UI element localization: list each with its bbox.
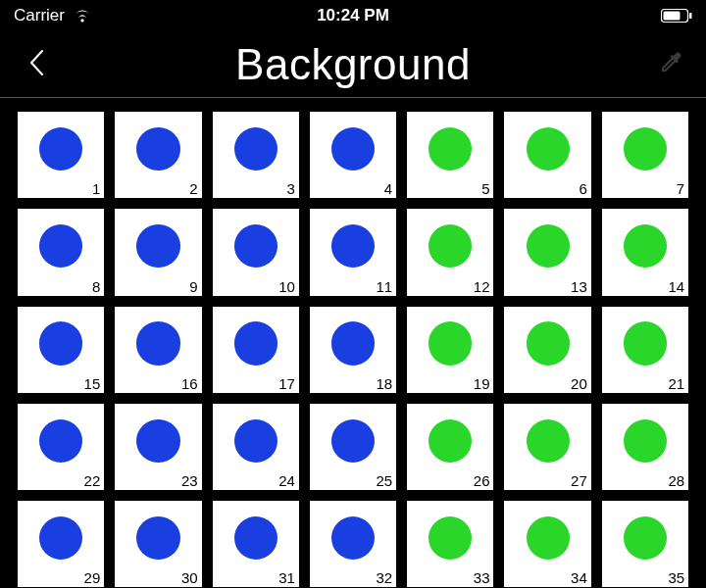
swatch-index: 33 (474, 569, 490, 586)
swatch-dot (39, 224, 82, 268)
color-swatch[interactable]: 23 (115, 404, 201, 490)
color-swatch[interactable]: 10 (213, 209, 299, 295)
color-swatch[interactable]: 26 (407, 404, 493, 490)
color-swatch[interactable]: 3 (213, 112, 299, 198)
swatch-dot (624, 127, 667, 171)
color-swatch[interactable]: 8 (18, 209, 104, 295)
swatch-index: 34 (571, 569, 587, 586)
swatch-dot (527, 516, 570, 560)
color-swatch[interactable]: 30 (115, 501, 201, 587)
color-swatch[interactable]: 32 (310, 501, 396, 587)
eyedropper-icon (656, 48, 685, 81)
swatch-dot (331, 321, 375, 365)
back-button[interactable] (22, 45, 51, 84)
color-swatch[interactable]: 15 (18, 307, 104, 393)
swatch-dot (39, 419, 82, 463)
swatch-grid-container: 1234567891011121314151617181920212223242… (0, 98, 706, 588)
swatch-dot (39, 127, 82, 171)
color-swatch[interactable]: 19 (407, 307, 493, 393)
swatch-grid: 1234567891011121314151617181920212223242… (18, 112, 688, 588)
swatch-dot (429, 224, 472, 268)
swatch-dot (624, 224, 667, 268)
swatch-dot (39, 321, 82, 365)
swatch-dot (234, 419, 277, 463)
swatch-dot (527, 419, 570, 463)
swatch-dot (527, 321, 570, 365)
swatch-dot (136, 321, 179, 365)
color-swatch[interactable]: 35 (602, 501, 688, 587)
swatch-index: 12 (474, 278, 490, 295)
swatch-index: 10 (278, 278, 295, 295)
swatch-index: 19 (474, 375, 490, 392)
swatch-dot (234, 127, 277, 171)
swatch-dot (624, 516, 667, 560)
battery-icon (661, 9, 692, 23)
swatch-dot (429, 321, 472, 365)
color-swatch[interactable]: 11 (310, 209, 396, 295)
color-swatch[interactable]: 33 (407, 501, 493, 587)
swatch-dot (234, 321, 277, 365)
swatch-index: 2 (189, 180, 197, 197)
color-swatch[interactable]: 34 (504, 501, 590, 587)
swatch-index: 11 (377, 278, 393, 295)
swatch-dot (527, 224, 570, 268)
swatch-dot (429, 127, 472, 171)
color-swatch[interactable]: 16 (115, 307, 201, 393)
swatch-index: 3 (287, 180, 295, 197)
color-swatch[interactable]: 29 (18, 501, 104, 587)
color-swatch[interactable]: 20 (504, 307, 590, 393)
color-swatch[interactable]: 2 (115, 112, 201, 198)
color-swatch[interactable]: 14 (602, 209, 688, 295)
color-swatch[interactable]: 13 (504, 209, 590, 295)
color-swatch[interactable]: 1 (18, 112, 104, 198)
swatch-index: 27 (571, 472, 587, 489)
swatch-index: 6 (579, 180, 586, 197)
swatch-index: 30 (181, 569, 198, 586)
color-swatch[interactable]: 7 (602, 112, 688, 198)
eyedropper-button[interactable] (651, 45, 690, 84)
wifi-icon (73, 9, 92, 24)
swatch-dot (624, 419, 667, 463)
swatch-index: 1 (92, 180, 100, 197)
color-swatch[interactable]: 28 (602, 404, 688, 490)
swatch-index: 20 (571, 375, 587, 392)
status-bar: Carrier 10:24 PM (0, 0, 706, 31)
swatch-dot (331, 127, 375, 171)
color-swatch[interactable]: 5 (407, 112, 493, 198)
status-right (661, 9, 692, 23)
color-swatch[interactable]: 22 (18, 404, 104, 490)
swatch-index: 9 (189, 278, 197, 295)
swatch-dot (527, 127, 570, 171)
color-swatch[interactable]: 6 (504, 112, 590, 198)
swatch-dot (39, 516, 82, 560)
color-swatch[interactable]: 12 (407, 209, 493, 295)
swatch-dot (234, 224, 277, 268)
color-swatch[interactable]: 9 (115, 209, 201, 295)
swatch-index: 29 (84, 569, 101, 586)
color-swatch[interactable]: 21 (602, 307, 688, 393)
swatch-index: 22 (84, 472, 101, 489)
swatch-index: 15 (84, 375, 101, 392)
swatch-index: 8 (92, 278, 100, 295)
color-swatch[interactable]: 24 (213, 404, 299, 490)
swatch-index: 26 (474, 472, 490, 489)
swatch-dot (136, 419, 179, 463)
color-swatch[interactable]: 17 (213, 307, 299, 393)
swatch-index: 7 (677, 180, 684, 197)
color-swatch[interactable]: 31 (213, 501, 299, 587)
swatch-index: 21 (668, 375, 684, 392)
swatch-index: 17 (278, 375, 295, 392)
color-swatch[interactable]: 27 (504, 404, 590, 490)
color-swatch[interactable]: 4 (310, 112, 396, 198)
swatch-index: 23 (181, 472, 198, 489)
swatch-index: 24 (278, 472, 295, 489)
chevron-left-icon (27, 48, 45, 81)
swatch-dot (429, 419, 472, 463)
swatch-dot (429, 516, 472, 560)
swatch-index: 5 (481, 180, 489, 197)
swatch-dot (136, 516, 179, 560)
color-swatch[interactable]: 25 (310, 404, 396, 490)
swatch-index: 14 (668, 278, 684, 295)
color-swatch[interactable]: 18 (310, 307, 396, 393)
swatch-dot (136, 224, 179, 268)
